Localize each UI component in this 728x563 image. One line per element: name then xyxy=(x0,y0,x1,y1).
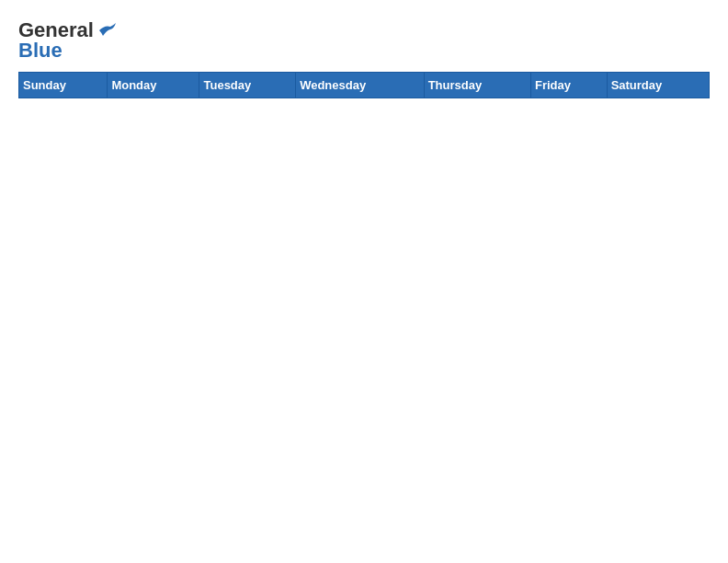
weekday-header-sunday: Sunday xyxy=(19,73,108,98)
weekday-header-wednesday: Wednesday xyxy=(296,73,425,98)
weekday-header-monday: Monday xyxy=(108,73,199,98)
weekday-header-thursday: Thursday xyxy=(424,73,530,98)
logo-bird-icon xyxy=(97,23,116,38)
page-header: General Blue xyxy=(18,18,710,63)
calendar-table: SundayMondayTuesdayWednesdayThursdayFrid… xyxy=(18,72,710,98)
weekday-header-saturday: Saturday xyxy=(607,73,709,98)
logo: General Blue xyxy=(18,18,116,63)
logo-blue: Blue xyxy=(18,39,63,63)
weekday-header-tuesday: Tuesday xyxy=(199,73,296,98)
weekday-header-friday: Friday xyxy=(530,73,607,98)
weekday-header-row: SundayMondayTuesdayWednesdayThursdayFrid… xyxy=(19,73,710,98)
